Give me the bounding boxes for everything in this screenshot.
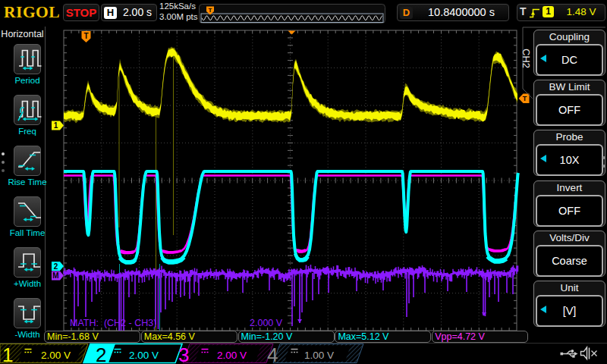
svg-text:T: T: [523, 95, 527, 102]
svg-text:4: 4: [267, 344, 278, 364]
svg-text:1.00 V: 1.00 V: [304, 350, 334, 361]
svg-text:1: 1: [2, 344, 13, 364]
svg-text:CH2: CH2: [521, 49, 532, 68]
svg-text:3: 3: [178, 344, 189, 364]
svg-text:2.00 V: 2.00 V: [217, 350, 247, 361]
svg-text:2.000 V: 2.000 V: [250, 318, 283, 328]
svg-text:2: 2: [54, 262, 58, 271]
svg-text:2.00 V: 2.00 V: [41, 350, 71, 361]
svg-text:2.00 V: 2.00 V: [129, 350, 159, 361]
svg-text:T: T: [83, 32, 88, 40]
svg-text:2: 2: [96, 344, 106, 364]
svg-text:MATH: (CH2 - CH3): MATH: (CH2 - CH3): [70, 318, 156, 328]
svg-text:T: T: [209, 7, 212, 14]
